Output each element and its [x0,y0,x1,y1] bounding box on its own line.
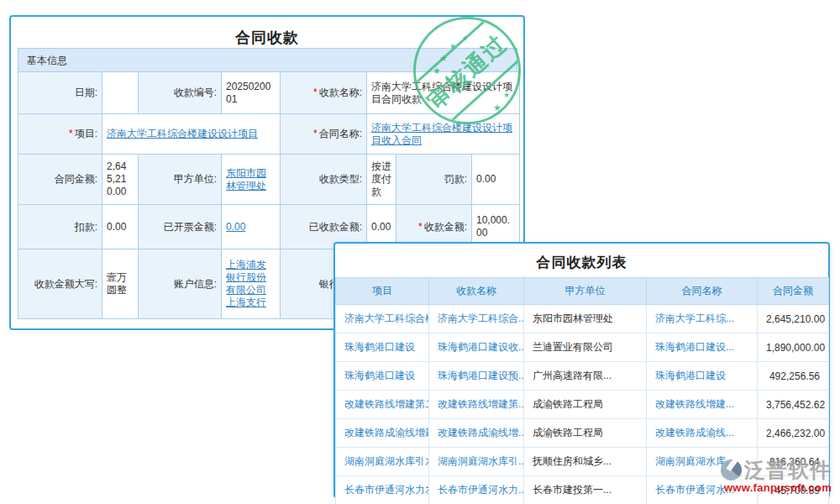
cell-contract-name-link[interactable]: 济南大学工科综... [647,305,758,333]
required-asterisk: * [313,128,318,139]
col-header-project[interactable]: 项目 [336,278,429,305]
cell-contract-amount: 492,256.56 [758,362,829,391]
list-panel-title: 合同收款列表 [335,244,828,277]
cell-receipt-name-link[interactable]: 珠海鹤港口建设收... [429,333,524,362]
contract-amount-value: 2,645,210.00 [102,155,139,205]
account-info-value: 上海浦发银行股份有限公司上海支行 [222,249,281,319]
amount-in-words-value: 壹万圆整 [102,249,139,319]
contract-name-link[interactable]: 济南大学工科综合楼建设设计项目收入合同 [371,122,512,146]
deduction-label: 扣款: [18,205,102,249]
date-label: 日期: [18,72,102,114]
account-info-link[interactable]: 上海浦发银行股份有限公司上海支行 [226,259,266,308]
receipt-name-label: *收款名称: [281,72,367,114]
deduction-value: 0.00 [102,205,139,249]
project-label: *项目: [18,114,102,155]
invoiced-amount-label: 已开票金额: [139,205,222,249]
cell-contract-name-link[interactable]: 改建铁路线增建... [647,391,758,419]
required-asterisk: * [69,128,73,139]
cell-receipt-name-link[interactable]: 珠海鹤港口建设预... [429,362,524,391]
table-row: 珠海鹤港口建设 珠海鹤港口建设收... 兰迪置业有限公司 珠海鹤港口建设... … [336,333,829,362]
table-row: 珠海鹤港口建设 珠海鹤港口建设预... 广州高速路有限... 珠海鹤港口建设 4… [336,362,829,391]
date-value[interactable] [102,72,139,114]
cell-project-link[interactable]: 改建铁路成渝线增建... [336,419,429,448]
cell-contract-amount: 2,466,232.00 [758,419,829,448]
watermark-url: www.fanpusoft.com [721,481,832,494]
table-row: 改建铁路线增建第二... 改建铁路线增建第... 成渝铁路工程局 改建铁路线增建… [336,391,829,419]
form-row-2: *项目: 济南大学工科综合楼建设设计项目 *合同名称: 济南大学工科综合楼建设设… [18,114,520,155]
required-asterisk: * [313,87,318,98]
cell-receipt-name-link[interactable]: 湖南洞庭湖水库引... [429,448,524,476]
required-asterisk: * [418,221,423,233]
cell-party-a: 成渝铁路工程局 [524,419,647,448]
cell-party-a: 广州高速路有限... [524,362,647,391]
cell-contract-amount: 3,756,452.62 [758,391,829,419]
cell-party-a: 长春市建投第一... [524,476,647,504]
party-a-value: 东阳市园林管理处 [222,155,281,205]
vendor-watermark: 泛普软件 www.fanpusoft.com [721,456,832,494]
project-link[interactable]: 济南大学工科综合楼建设设计项目 [107,128,258,139]
contract-name-value: 济南大学工科综合楼建设设计项目收入合同 [367,114,520,155]
receipt-type-value: 按进度付款 [367,155,396,205]
receipt-no-value: 2025020001 [222,72,281,114]
cell-party-a: 兰迪置业有限公司 [524,333,647,362]
cell-party-a: 东阳市园林管理处 [524,305,647,333]
form-panel-title: 合同收款 [11,17,523,46]
watermark-brand-row: 泛普软件 [721,456,832,484]
cell-contract-amount: 1,890,000.00 [758,333,829,362]
account-info-label: 账户信息: [139,249,222,319]
fine-value: 0.00 [472,155,520,205]
cell-receipt-name-link[interactable]: 改建铁路成渝线增... [429,419,524,448]
cell-project-link[interactable]: 湖南洞庭湖水库引水... [336,448,429,476]
cell-project-link[interactable]: 改建铁路线增建第二... [336,391,429,419]
contract-name-label: *合同名称: [281,114,367,155]
party-a-label: 甲方单位: [139,155,222,205]
cell-project-link[interactable]: 珠海鹤港口建设 [336,333,429,362]
form-row-3: 合同金额: 2,645,210.00 甲方单位: 东阳市园林管理处 收款类型: … [18,155,520,205]
col-header-party-a[interactable]: 甲方单位 [524,278,647,305]
fanpu-logo-icon [721,459,742,480]
cell-contract-name-link[interactable]: 珠海鹤港口建设... [647,333,758,362]
list-header-row: 项目 收款名称 甲方单位 合同名称 合同金额 [336,278,829,305]
col-header-contract-amount[interactable]: 合同金额 [758,278,829,305]
project-value: 济南大学工科综合楼建设设计项目 [102,114,281,155]
table-row: 改建铁路成渝线增建... 改建铁路成渝线增... 成渝铁路工程局 改建铁路成渝线… [336,419,829,448]
receipt-name-value: 济南大学工科综合楼建设设计项目合同收款 [367,72,520,114]
fine-label: 罚款: [396,155,472,205]
contract-amount-label: 合同金额: [18,155,102,205]
cell-receipt-name-link[interactable]: 改建铁路线增建第... [429,391,524,419]
party-a-link[interactable]: 东阳市园林管理处 [226,167,266,192]
receipt-no-label: 收款编号: [139,72,222,114]
cell-project-link[interactable]: 济南大学工科综合楼... [336,305,429,333]
basic-info-section-header: 基本信息 [18,48,517,71]
form-row-1: 日期: 收款编号: 2025020001 *收款名称: 济南大学工科综合楼建设设… [18,72,520,114]
col-header-receipt-name[interactable]: 收款名称 [429,278,524,305]
watermark-brand-text: 泛普软件 [744,456,832,484]
invoiced-amount-value: 0.00 [222,205,281,249]
cell-receipt-name-link[interactable]: 济南大学工科综合... [429,305,524,333]
cell-receipt-name-link[interactable]: 长春市伊通河水力... [429,476,524,504]
receipt-type-label: 收款类型: [281,155,367,205]
cell-contract-name-link[interactable]: 改建铁路成渝线... [647,419,758,448]
cell-party-a: 抚顺住房和城乡... [524,448,647,476]
cell-project-link[interactable]: 珠海鹤港口建设 [336,362,429,391]
cell-project-link[interactable]: 长春市伊通河水力发... [336,476,429,504]
cell-contract-amount: 2,645,210.00 [758,305,829,333]
cell-contract-name-link[interactable]: 珠海鹤港口建设 [647,362,758,391]
col-header-contract-name[interactable]: 合同名称 [647,278,758,305]
amount-in-words-label: 收款金额大写: [18,249,102,319]
invoiced-amount-link[interactable]: 0.00 [226,221,245,233]
cell-party-a: 成渝铁路工程局 [524,391,647,419]
table-row: 济南大学工科综合楼... 济南大学工科综合... 东阳市园林管理处 济南大学工科… [336,305,829,333]
